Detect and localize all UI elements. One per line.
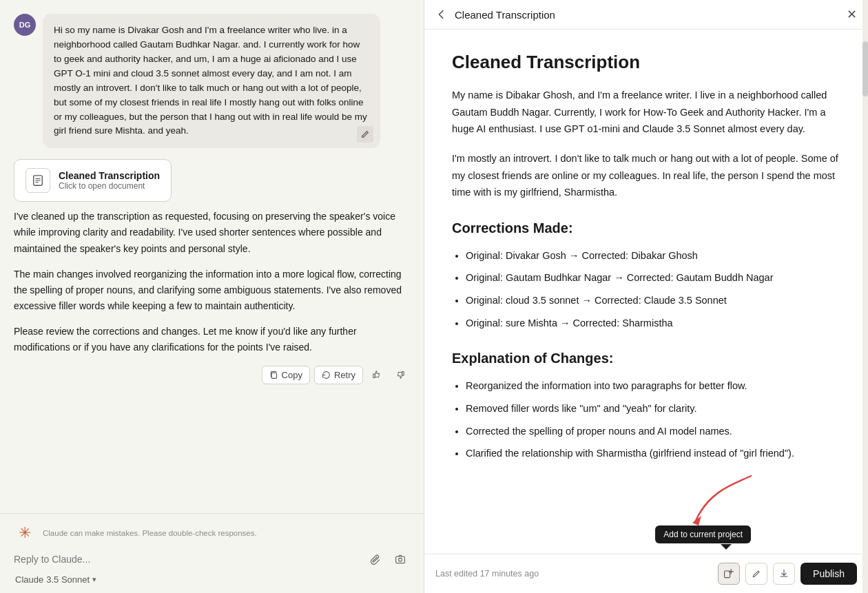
tooltip-add-to-project: Add to current project	[655, 526, 751, 543]
model-version: 3.5 Sonnet	[46, 574, 90, 585]
retry-button[interactable]: Retry	[314, 366, 363, 384]
user-bubble: Hi so my name is Divakar Gosh and I'm a …	[43, 14, 380, 148]
scrollbar-thumb[interactable]	[862, 41, 868, 96]
chat-area: DG Hi so my name is Divakar Gosh and I'm…	[0, 0, 424, 513]
reply-box	[14, 550, 410, 569]
thumbs-up-button[interactable]	[367, 365, 386, 384]
message-actions: Copy Retry	[14, 365, 410, 384]
document-icon	[25, 168, 50, 193]
user-message-text: Hi so my name is Divakar Gosh and I'm a …	[54, 25, 367, 136]
doc-footer: Last edited 17 minutes ago	[424, 554, 868, 593]
doc-header-left: Cleaned Transcription	[435, 8, 555, 21]
avatar: DG	[14, 14, 36, 36]
svg-rect-4	[271, 373, 276, 378]
doc-intro-2: I'm mostly an introvert. I don't like to…	[452, 150, 840, 201]
left-panel: DG Hi so my name is Divakar Gosh and I'm…	[0, 0, 424, 593]
footer-timestamp: Last edited 17 minutes ago	[435, 569, 539, 579]
corrections-list: Original: Divakar Gosh → Corrected: Diba…	[452, 247, 840, 332]
document-card[interactable]: Cleaned Transcription Click to open docu…	[14, 159, 172, 202]
model-label: Claude	[15, 574, 43, 585]
doc-card-title: Cleaned Transcription	[59, 170, 160, 181]
assistant-para-3: Please review the corrections and change…	[14, 324, 410, 355]
doc-intro-1: My name is Dibakar Ghosh, and I'm a free…	[452, 87, 840, 138]
doc-info: Cleaned Transcription Click to open docu…	[59, 170, 160, 191]
doc-title: Cleaned Transcription	[452, 52, 840, 73]
assistant-para-2: The main changes involved reorganizing t…	[14, 267, 410, 314]
doc-header-title: Cleaned Transcription	[455, 9, 555, 21]
disclaimer-text: Claude can make mistakes. Please double-…	[43, 529, 257, 537]
correction-2: Original: Gautam Budhkar Nagar → Correct…	[466, 269, 840, 287]
scrollbar-track[interactable]	[862, 0, 868, 593]
claude-logo: ✳	[14, 522, 36, 544]
thumbs-down-button[interactable]	[391, 365, 410, 384]
camera-icon[interactable]	[391, 550, 410, 569]
correction-4: Original: sure Mishta → Corrected: Sharm…	[466, 315, 840, 332]
svg-rect-9	[725, 571, 730, 578]
edit-doc-button[interactable]	[745, 563, 767, 585]
tooltip-arrow	[721, 544, 732, 550]
explanation-1: Reorganized the information into two par…	[466, 377, 840, 395]
user-message: DG Hi so my name is Divakar Gosh and I'm…	[14, 14, 410, 148]
explanation-3: Corrected the spelling of proper nouns a…	[466, 423, 840, 440]
download-button[interactable]	[773, 563, 795, 585]
attach-icon[interactable]	[366, 550, 385, 569]
copy-button[interactable]: Copy	[262, 366, 310, 384]
right-panel: Cleaned Transcription ✕ Cleaned Transcri…	[424, 0, 868, 593]
bottom-bar: ✳ Claude can make mistakes. Please doubl…	[0, 513, 424, 593]
svg-rect-6	[402, 372, 404, 375]
doc-card-subtitle: Click to open document	[59, 181, 160, 191]
svg-point-8	[399, 558, 402, 561]
svg-rect-5	[373, 374, 375, 377]
doc-content: Cleaned Transcription My name is Dibakar…	[424, 30, 868, 554]
model-chevron[interactable]: ▾	[92, 575, 96, 584]
correction-1: Original: Divakar Gosh → Corrected: Diba…	[466, 247, 840, 264]
correction-3: Original: cloud 3.5 sonnet → Corrected: …	[466, 292, 840, 309]
reply-input[interactable]	[14, 554, 359, 565]
close-button[interactable]: ✕	[847, 7, 857, 22]
explanation-heading: Explanation of Changes:	[452, 351, 840, 366]
doc-header: Cleaned Transcription ✕	[424, 0, 868, 30]
edit-icon[interactable]	[357, 126, 373, 143]
back-button[interactable]	[435, 8, 448, 21]
svg-rect-7	[396, 556, 405, 563]
explanation-4: Clarified the relationship with Sharmist…	[466, 445, 840, 462]
assistant-message: Cleaned Transcription Click to open docu…	[14, 159, 410, 384]
footer-actions: Publish	[718, 563, 857, 585]
publish-button[interactable]: Publish	[800, 563, 857, 585]
add-to-project-button[interactable]	[718, 563, 740, 585]
explanation-2: Removed filler words like "um" and "yeah…	[466, 400, 840, 417]
corrections-heading: Corrections Made:	[452, 220, 840, 236]
assistant-para-1: I've cleaned up the transcription as req…	[14, 209, 410, 256]
assistant-text: I've cleaned up the transcription as req…	[14, 209, 410, 355]
explanation-list: Reorganized the information into two par…	[452, 377, 840, 462]
